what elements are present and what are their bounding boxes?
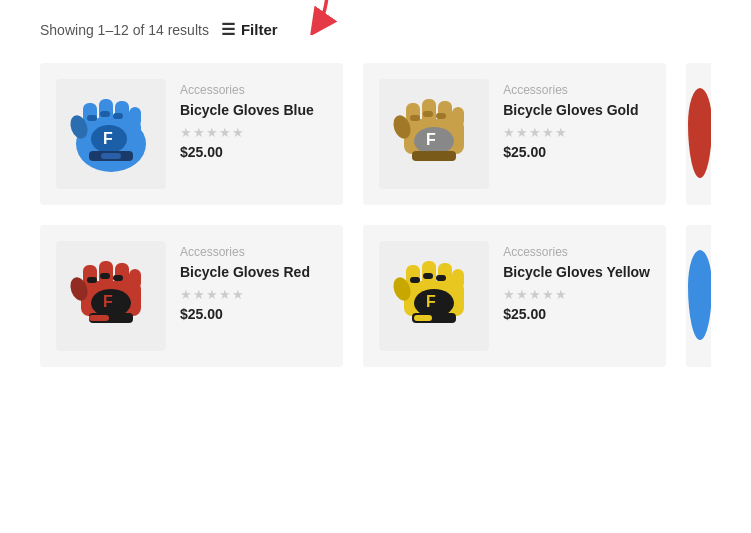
svg-rect-22: [423, 111, 433, 117]
star-4: ★: [219, 287, 231, 302]
star-3: ★: [206, 125, 218, 140]
product-name-yellow: Bicycle Gloves Yellow: [503, 263, 650, 281]
star-3: ★: [206, 287, 218, 302]
svg-rect-13: [101, 153, 121, 159]
results-count: Showing 1–12 of 14 results: [40, 22, 209, 38]
svg-rect-5: [129, 107, 141, 127]
product-info-yellow: Accessories Bicycle Gloves Yellow ★ ★ ★ …: [503, 241, 650, 322]
product-row-1: F Accessories Bicycle Gloves Blue ★ ★ ★ …: [40, 63, 711, 205]
star-1: ★: [503, 287, 515, 302]
product-info-blue: Accessories Bicycle Gloves Blue ★ ★ ★ ★ …: [180, 79, 327, 160]
product-stars: ★ ★ ★ ★ ★: [180, 287, 327, 302]
product-category: Accessories: [180, 83, 327, 97]
svg-rect-18: [452, 107, 464, 127]
star-1: ★: [180, 287, 192, 302]
star-3: ★: [529, 125, 541, 140]
product-name-red: Bicycle Gloves Red: [180, 263, 327, 281]
svg-rect-48: [436, 275, 446, 281]
filter-lines-icon: ☰: [221, 20, 235, 39]
product-row-2: F Accessories Bicycle Gloves Red ★ ★ ★ ★…: [40, 225, 711, 367]
product-image-gold: F: [379, 79, 489, 189]
svg-rect-43: [452, 269, 464, 289]
product-price-yellow: $25.00: [503, 306, 650, 322]
product-info-red: Accessories Bicycle Gloves Red ★ ★ ★ ★ ★…: [180, 241, 327, 322]
filter-label: Filter: [241, 21, 278, 38]
svg-rect-38: [89, 315, 109, 321]
svg-rect-8: [87, 115, 97, 121]
star-2: ★: [193, 125, 205, 140]
svg-rect-10: [113, 113, 123, 119]
svg-rect-23: [436, 113, 446, 119]
svg-text:F: F: [426, 131, 436, 148]
star-1: ★: [503, 125, 515, 140]
product-price-red: $25.00: [180, 306, 327, 322]
product-stars: ★ ★ ★ ★ ★: [180, 125, 327, 140]
svg-rect-9: [100, 111, 110, 117]
product-card-gold[interactable]: F Accessories Bicycle Gloves Gold ★ ★ ★ …: [363, 63, 666, 205]
svg-text:F: F: [103, 130, 113, 147]
product-name-blue: Bicycle Gloves Blue: [180, 101, 327, 119]
star-4: ★: [542, 125, 554, 140]
star-2: ★: [516, 287, 528, 302]
svg-rect-46: [410, 277, 420, 283]
svg-rect-34: [100, 273, 110, 279]
product-image-blue: F: [56, 79, 166, 189]
svg-rect-33: [87, 277, 97, 283]
svg-rect-47: [423, 273, 433, 279]
star-5: ★: [555, 125, 567, 140]
product-card-yellow[interactable]: F Accessories Bicycle Gloves Yellow ★ ★ …: [363, 225, 666, 367]
product-stars: ★ ★ ★ ★ ★: [503, 125, 650, 140]
page-wrapper: Showing 1–12 of 14 results ☰ Filter: [0, 0, 751, 407]
product-category: Accessories: [503, 83, 650, 97]
svg-rect-25: [412, 151, 456, 161]
product-image-yellow: F: [379, 241, 489, 351]
star-2: ★: [516, 125, 528, 140]
svg-text:F: F: [103, 293, 113, 310]
star-5: ★: [555, 287, 567, 302]
product-stars: ★ ★ ★ ★ ★: [503, 287, 650, 302]
top-bar: Showing 1–12 of 14 results ☰ Filter: [40, 20, 711, 39]
product-category: Accessories: [180, 245, 327, 259]
svg-rect-51: [414, 315, 432, 321]
svg-rect-35: [113, 275, 123, 281]
product-price-blue: $25.00: [180, 144, 327, 160]
product-card-blue[interactable]: F Accessories Bicycle Gloves Blue ★ ★ ★ …: [40, 63, 343, 205]
product-category: Accessories: [503, 245, 650, 259]
star-4: ★: [542, 287, 554, 302]
star-1: ★: [180, 125, 192, 140]
product-info-gold: Accessories Bicycle Gloves Gold ★ ★ ★ ★ …: [503, 79, 650, 160]
filter-button[interactable]: ☰ Filter: [221, 20, 278, 39]
star-3: ★: [529, 287, 541, 302]
partial-card-row1: [686, 63, 711, 205]
product-name-gold: Bicycle Gloves Gold: [503, 101, 650, 119]
star-2: ★: [193, 287, 205, 302]
svg-text:F: F: [426, 293, 436, 310]
star-5: ★: [232, 125, 244, 140]
star-4: ★: [219, 125, 231, 140]
product-card-red[interactable]: F Accessories Bicycle Gloves Red ★ ★ ★ ★…: [40, 225, 343, 367]
arrow-annotation: [270, 0, 350, 39]
svg-rect-21: [410, 115, 420, 121]
partial-card-row2: [686, 225, 711, 367]
star-5: ★: [232, 287, 244, 302]
product-image-red: F: [56, 241, 166, 351]
svg-rect-30: [129, 269, 141, 289]
product-price-gold: $25.00: [503, 144, 650, 160]
